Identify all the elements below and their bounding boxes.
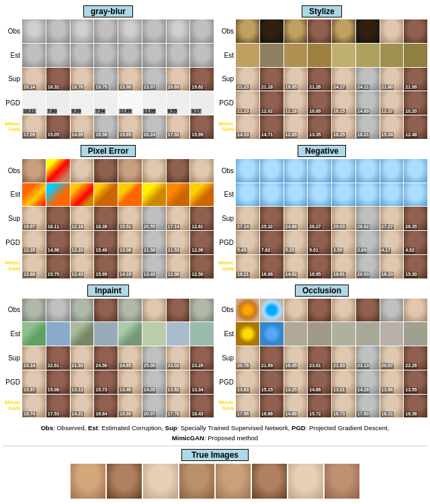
face-cell	[260, 299, 284, 322]
face-cell: 13.13	[71, 370, 94, 394]
face-cell: 12.37	[380, 91, 404, 115]
negative-title: Negative	[298, 145, 346, 157]
face-cell: 15.75	[46, 255, 70, 279]
face-cell: 22.61	[46, 346, 70, 370]
face-cell: 18.74	[22, 395, 46, 418]
face-cell: 3.89	[356, 231, 380, 254]
face-cell	[332, 322, 355, 346]
obs-cells-neg	[236, 159, 427, 183]
sup-row-pe: Sup 19.67 18.11 12.18 18.38 15.51 20.55 …	[3, 207, 214, 230]
face-cell: 16.80	[118, 395, 142, 418]
face-cell	[94, 322, 118, 346]
face-cell: 24.17	[332, 68, 355, 91]
face-cell	[22, 19, 46, 43]
mimic-label-pe: MimicGAN	[3, 260, 22, 272]
face-cell: 13.25	[284, 370, 308, 394]
sup-label-gb: Sup	[3, 75, 22, 83]
face-cell: 27.14	[236, 207, 259, 230]
face-cell	[332, 183, 355, 207]
face-cell: 15.73	[94, 370, 118, 394]
face-cell: 13.06	[118, 231, 142, 254]
face-cell: 4.92	[404, 231, 427, 254]
face-cell: 18.78	[71, 68, 94, 91]
mimic-label-inp: MimicGAN	[3, 400, 22, 412]
face-cell	[118, 322, 142, 346]
face-cell: 15.51	[118, 207, 142, 230]
face-cell	[71, 183, 94, 207]
face-cell: 9.17	[190, 91, 214, 115]
face-cell: 18.38	[94, 207, 118, 230]
true-face-6	[252, 464, 287, 499]
face-cell: 25.32	[260, 207, 284, 230]
est-row-neg: Est	[216, 183, 427, 207]
mimic-cells-st: 14.33 14.71 12.85 13.35 18.25 18.21 15.3…	[236, 115, 427, 139]
face-cell: 18.36	[404, 395, 427, 418]
est-label-inp: Est	[3, 330, 22, 338]
face-cell: 16.98	[94, 115, 118, 139]
face-cell	[260, 44, 284, 67]
face-cell: 15.72	[308, 395, 331, 418]
face-cell: 24.11	[356, 68, 380, 91]
face-cell: 20.07	[380, 346, 404, 370]
face-cell	[380, 322, 404, 346]
obs-label-pe: Obs	[3, 167, 22, 174]
sup-label-occ: Sup	[216, 354, 235, 362]
caption-mimic: MimicGAN: Proposed method	[172, 434, 258, 442]
mimic-cells-pe: 12.88 15.75 12.43 15.99 14.19 13.43 12.9…	[22, 255, 214, 279]
pgd-cells-st: 11.23 12.02 11.18 10.89 16.15 14.89 12.3…	[236, 91, 427, 115]
face-cell	[356, 299, 380, 322]
face-cell: 12.48	[404, 115, 427, 139]
face-cell: 21.26	[308, 68, 331, 91]
face-cell	[308, 183, 331, 207]
face-cell: 9.01	[308, 231, 331, 254]
face-cell	[332, 19, 355, 43]
inpaint-grid: Obs Est	[3, 299, 214, 419]
mimic-row-pe: MimicGAN 12.88 15.75 12.43 15.99 14.19 1…	[3, 255, 214, 279]
face-cell: 15.34	[380, 115, 404, 139]
gray-blur-block: gray-blur Obs	[3, 5, 214, 140]
face-cell: 18.11	[46, 207, 70, 230]
face-cell	[167, 159, 190, 183]
pgd-cells-gb: 10.11 7.80 9.39 7.54 11.89 11.05 9.55 9.…	[22, 91, 214, 115]
face-cell: 12.02	[260, 91, 284, 115]
face-cell: 11.05	[142, 91, 166, 115]
face-cell	[308, 159, 331, 183]
face-cell: 12.85	[284, 115, 308, 139]
face-cell: 13.55	[404, 370, 427, 394]
mimic-row-st: MimicGAN 14.33 14.71 12.85 13.35 18.25 1…	[216, 115, 427, 139]
true-images-title: True Images	[181, 449, 249, 461]
mimic-cells-occ: 17.96 16.86 14.68 15.72 16.73 17.60 18.3…	[236, 395, 427, 418]
obs-cells-occ	[236, 299, 427, 322]
face-cell	[190, 183, 214, 207]
face-cell: 13.66	[380, 370, 404, 394]
face-cell: 9.55	[167, 91, 190, 115]
face-cell	[22, 299, 46, 322]
face-cell: 23.02	[167, 346, 190, 370]
sup-label-neg: Sup	[216, 215, 235, 222]
face-cell	[260, 322, 284, 346]
face-cell: 15.49	[94, 231, 118, 254]
face-cell	[118, 44, 142, 67]
pixel-error-title: Pixel Error	[81, 145, 136, 157]
face-cell	[404, 299, 427, 322]
stylize-block: Stylize Obs Est	[216, 5, 427, 140]
face-cell: 14.96	[46, 231, 70, 254]
est-row-st: Est	[216, 44, 427, 67]
face-cell	[236, 44, 259, 67]
face-cell	[46, 159, 70, 183]
stylize-title: Stylize	[302, 5, 342, 17]
pixel-error-grid: Obs Est	[3, 159, 214, 279]
pgd-cells-occ: 13.83 15.15 13.25 14.66 13.21 14.28 13.6…	[236, 370, 427, 394]
est-cells-pe	[22, 183, 214, 207]
face-cell: 12.61	[190, 207, 214, 230]
pgd-label-pe: PGD	[3, 239, 22, 246]
face-cell: 12.35	[22, 231, 46, 254]
caption-obs: Obs: Observed,	[41, 424, 88, 432]
sup-row-neg: Sup 27.14 25.32 24.68 26.27 29.03 28.82 …	[216, 207, 427, 230]
face-cell: 15.15	[260, 370, 284, 394]
mimic-cells-inp: 18.74 17.53 14.21 16.84 16.80 20.07 17.7…	[22, 395, 214, 418]
pgd-row-st: PGD 11.23 12.02 11.18 10.89 16.15 14.89 …	[216, 91, 427, 115]
face-cell: 15.99	[190, 115, 214, 139]
face-cell	[284, 44, 308, 67]
face-cell	[142, 44, 166, 67]
